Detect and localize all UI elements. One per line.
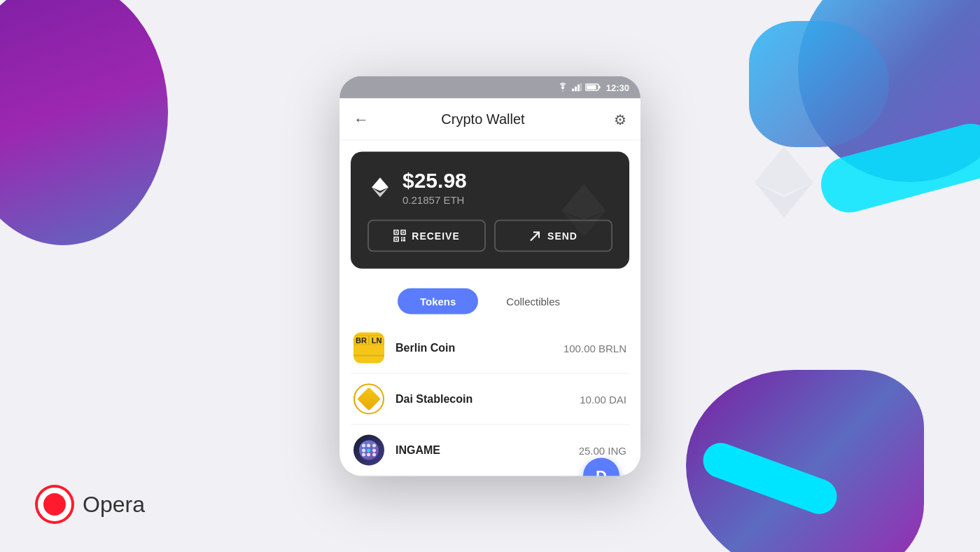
svg-rect-9 (580, 83, 582, 92)
qr-icon (393, 230, 406, 242)
brln-cell-ln: LN (369, 336, 384, 345)
ingame-dots (362, 444, 377, 457)
wifi-icon (557, 83, 568, 92)
send-icon (529, 230, 542, 242)
dai-icon (354, 384, 384, 415)
eth-watermark-bg (742, 140, 826, 224)
svg-rect-25 (401, 240, 402, 242)
svg-rect-8 (578, 85, 580, 92)
svg-rect-24 (403, 237, 405, 239)
svg-line-27 (531, 233, 539, 241)
ingame-dot-6 (372, 448, 376, 452)
bg-decor-purple-left (0, 0, 168, 245)
token-item-berlin[interactable]: BR LN Berlin Coin 100.00 BRLN (351, 323, 629, 374)
ingame-amount: 25.00 ING (579, 444, 626, 456)
svg-rect-12 (598, 86, 600, 89)
battery-icon (585, 83, 601, 92)
ingame-dot-9 (372, 453, 376, 457)
ingame-dot-8 (367, 453, 370, 457)
opera-logo-icon (35, 485, 74, 524)
token-list: BR LN Berlin Coin 100.00 BRLN Dai Stable… (340, 323, 640, 476)
svg-rect-26 (403, 240, 405, 242)
ingame-dot-1 (362, 444, 365, 448)
berlin-coin-icon: BR LN (354, 333, 384, 364)
ingame-name: INGAME (396, 444, 579, 457)
receive-button[interactable]: RECEIVE (368, 220, 486, 252)
berlin-coin-name: Berlin Coin (396, 342, 564, 354)
svg-rect-11 (586, 85, 596, 90)
app-title: Crypto Wallet (380, 111, 586, 127)
brln-cell-empty1 (354, 355, 369, 357)
back-button[interactable]: ← (354, 110, 369, 128)
ingame-dot-2 (367, 444, 370, 448)
opera-logo-container: Opera (35, 485, 145, 524)
svg-rect-7 (575, 87, 577, 92)
floating-d-label: D (596, 467, 607, 476)
app-header: ← Crypto Wallet ⚙ (340, 99, 640, 141)
phone-frame: 12:30 ← Crypto Wallet ⚙ $25.98 0.21857 E… (340, 76, 640, 476)
ingame-dot-7 (362, 453, 365, 457)
bg-decor-blue-2 (749, 21, 889, 147)
wallet-card: $25.98 0.21857 ETH (351, 152, 629, 269)
tab-tokens[interactable]: Tokens (398, 289, 478, 315)
ingame-dot-center (367, 448, 370, 452)
eth-amount: 0.21857 ETH (402, 194, 467, 206)
ingame-dot-4 (362, 448, 365, 452)
balance-info: $25.98 0.21857 ETH (402, 169, 467, 206)
dai-diamond-shape (357, 387, 381, 411)
status-bar: 12:30 (340, 76, 640, 99)
svg-rect-18 (396, 232, 397, 233)
token-item-dai[interactable]: Dai Stablecoin 10.00 DAI (351, 374, 629, 425)
signal-icon (572, 83, 582, 92)
svg-rect-6 (572, 89, 574, 92)
ingame-icon (354, 435, 384, 466)
status-icons (557, 83, 601, 92)
eth-logo-small (368, 174, 393, 200)
brln-cell-br: BR (354, 336, 369, 345)
usd-amount: $25.98 (402, 169, 467, 193)
brln-cell-empty2 (369, 355, 384, 357)
eth-watermark-card (552, 179, 615, 242)
svg-rect-20 (402, 232, 404, 233)
receive-label: RECEIVE (412, 230, 459, 242)
ingame-dot-3 (372, 444, 376, 448)
svg-rect-23 (401, 237, 402, 239)
dai-name: Dai Stablecoin (396, 393, 580, 406)
tab-collectibles[interactable]: Collectibles (484, 289, 582, 315)
settings-button[interactable]: ⚙ (614, 111, 626, 127)
svg-point-4 (48, 497, 53, 511)
tabs-container: Tokens Collectibles (340, 280, 640, 323)
svg-marker-13 (372, 177, 388, 191)
berlin-coin-amount: 100.00 BRLN (564, 342, 626, 354)
svg-point-5 (56, 497, 62, 511)
svg-rect-22 (396, 239, 397, 240)
opera-brand-text: Opera (83, 492, 145, 518)
ingame-inner (359, 441, 379, 460)
dai-amount: 10.00 DAI (580, 393, 626, 405)
status-time: 12:30 (606, 82, 629, 92)
